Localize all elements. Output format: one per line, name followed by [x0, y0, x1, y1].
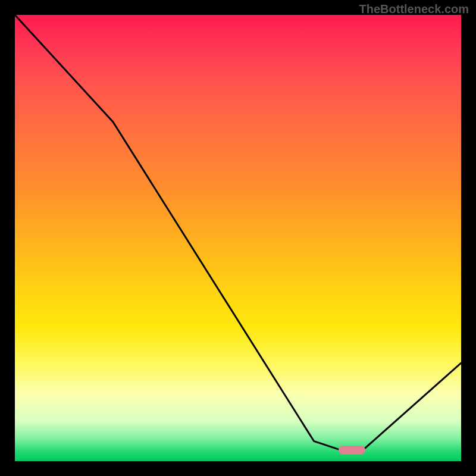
line-series	[15, 15, 461, 461]
plot-area	[15, 15, 461, 461]
curve-path	[15, 15, 461, 450]
optimum-marker	[339, 446, 365, 455]
chart-container: TheBottleneck.com	[0, 0, 476, 476]
watermark-text: TheBottleneck.com	[359, 2, 469, 16]
